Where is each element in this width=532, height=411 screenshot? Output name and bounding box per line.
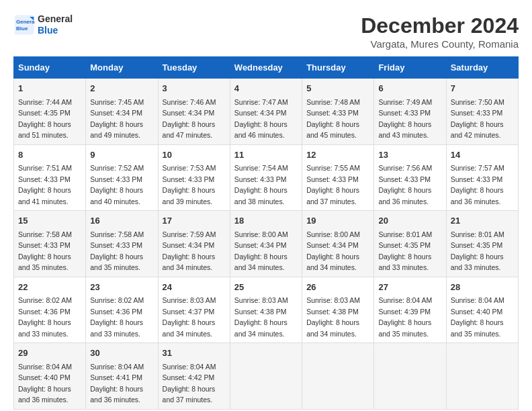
logo-icon: General Blue [13, 14, 35, 36]
table-row [302, 343, 374, 410]
calendar-week-row: 29Sunrise: 8:04 AMSunset: 4:40 PMDayligh… [14, 343, 519, 410]
calendar-header-row: Sunday Monday Tuesday Wednesday Thursday… [14, 57, 519, 79]
table-row: 7Sunrise: 7:50 AMSunset: 4:33 PMDaylight… [446, 79, 518, 145]
table-row: 19Sunrise: 8:00 AMSunset: 4:34 PMDayligh… [302, 211, 374, 277]
calendar-week-row: 8Sunrise: 7:51 AMSunset: 4:33 PMDaylight… [14, 144, 519, 211]
table-row: 20Sunrise: 8:01 AMSunset: 4:35 PMDayligh… [374, 211, 446, 277]
table-row: 24Sunrise: 8:03 AMSunset: 4:37 PMDayligh… [158, 277, 230, 343]
col-monday: Monday [86, 57, 158, 79]
table-row: 6Sunrise: 7:49 AMSunset: 4:33 PMDaylight… [374, 79, 446, 145]
calendar-week-row: 15Sunrise: 7:58 AMSunset: 4:33 PMDayligh… [14, 211, 519, 277]
calendar-week-row: 1Sunrise: 7:44 AMSunset: 4:35 PMDaylight… [14, 79, 519, 145]
table-row: 14Sunrise: 7:57 AMSunset: 4:33 PMDayligh… [446, 144, 518, 211]
col-thursday: Thursday [302, 57, 374, 79]
table-row: 4Sunrise: 7:47 AMSunset: 4:34 PMDaylight… [230, 79, 302, 145]
col-saturday: Saturday [446, 57, 518, 79]
table-row: 2Sunrise: 7:45 AMSunset: 4:34 PMDaylight… [86, 79, 158, 145]
table-row: 12Sunrise: 7:55 AMSunset: 4:33 PMDayligh… [302, 144, 374, 211]
table-row [374, 343, 446, 410]
table-row: 22Sunrise: 8:02 AMSunset: 4:36 PMDayligh… [14, 277, 86, 343]
table-row: 10Sunrise: 7:53 AMSunset: 4:33 PMDayligh… [158, 144, 230, 211]
table-row: 9Sunrise: 7:52 AMSunset: 4:33 PMDaylight… [86, 144, 158, 211]
table-row [230, 343, 302, 410]
table-row: 5Sunrise: 7:48 AMSunset: 4:33 PMDaylight… [302, 79, 374, 145]
table-row [446, 343, 518, 410]
table-row: 1Sunrise: 7:44 AMSunset: 4:35 PMDaylight… [14, 79, 86, 145]
table-row: 25Sunrise: 8:03 AMSunset: 4:38 PMDayligh… [230, 277, 302, 343]
page-header: General Blue GeneralBlue December 2024 V… [13, 13, 519, 50]
col-tuesday: Tuesday [158, 57, 230, 79]
table-row: 29Sunrise: 8:04 AMSunset: 4:40 PMDayligh… [14, 343, 86, 410]
table-row: 16Sunrise: 7:58 AMSunset: 4:33 PMDayligh… [86, 211, 158, 277]
table-row: 30Sunrise: 8:04 AMSunset: 4:41 PMDayligh… [86, 343, 158, 410]
table-row: 31Sunrise: 8:04 AMSunset: 4:42 PMDayligh… [158, 343, 230, 410]
calendar-title: December 2024 [361, 13, 519, 38]
calendar-week-row: 22Sunrise: 8:02 AMSunset: 4:36 PMDayligh… [14, 277, 519, 343]
table-row: 23Sunrise: 8:02 AMSunset: 4:36 PMDayligh… [86, 277, 158, 343]
col-wednesday: Wednesday [230, 57, 302, 79]
logo: General Blue GeneralBlue [13, 13, 73, 36]
table-row: 8Sunrise: 7:51 AMSunset: 4:33 PMDaylight… [14, 144, 86, 211]
calendar-subtitle: Vargata, Mures County, Romania [361, 38, 519, 50]
table-row: 11Sunrise: 7:54 AMSunset: 4:33 PMDayligh… [230, 144, 302, 211]
table-row: 17Sunrise: 7:59 AMSunset: 4:34 PMDayligh… [158, 211, 230, 277]
title-block: December 2024 Vargata, Mures County, Rom… [361, 13, 519, 50]
calendar-table: Sunday Monday Tuesday Wednesday Thursday… [13, 56, 519, 410]
col-sunday: Sunday [14, 57, 86, 79]
svg-text:Blue: Blue [16, 26, 28, 32]
table-row: 21Sunrise: 8:01 AMSunset: 4:35 PMDayligh… [446, 211, 518, 277]
table-row: 15Sunrise: 7:58 AMSunset: 4:33 PMDayligh… [14, 211, 86, 277]
table-row: 3Sunrise: 7:46 AMSunset: 4:34 PMDaylight… [158, 79, 230, 145]
col-friday: Friday [374, 57, 446, 79]
table-row: 13Sunrise: 7:56 AMSunset: 4:33 PMDayligh… [374, 144, 446, 211]
table-row: 27Sunrise: 8:04 AMSunset: 4:39 PMDayligh… [374, 277, 446, 343]
logo-text: GeneralBlue [38, 13, 73, 36]
table-row: 18Sunrise: 8:00 AMSunset: 4:34 PMDayligh… [230, 211, 302, 277]
table-row: 26Sunrise: 8:03 AMSunset: 4:38 PMDayligh… [302, 277, 374, 343]
svg-text:General: General [16, 19, 35, 25]
table-row: 28Sunrise: 8:04 AMSunset: 4:40 PMDayligh… [446, 277, 518, 343]
